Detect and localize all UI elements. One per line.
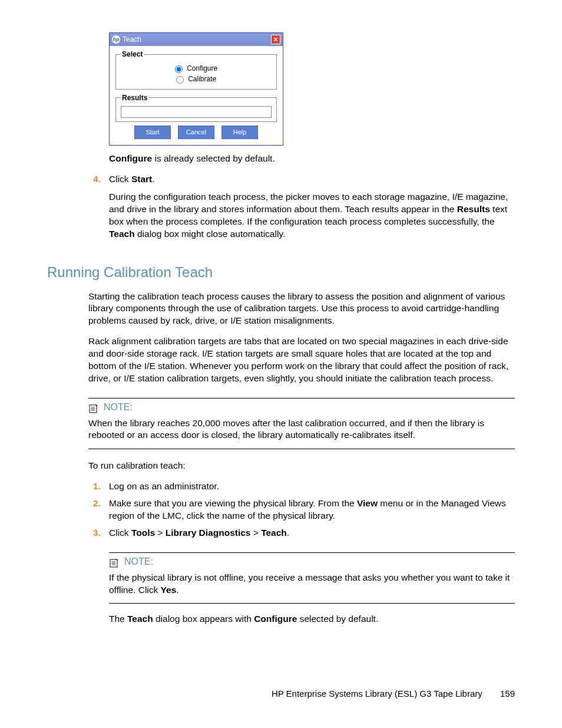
results-legend: Results [121, 93, 148, 103]
note-1-body: When the library reaches 20,000 moves af… [88, 417, 515, 442]
step-1: 1. Log on as an administrator. [47, 480, 515, 493]
note-icon [109, 558, 120, 568]
section-heading: Running Calibration Teach [47, 263, 515, 282]
start-button[interactable]: Start [134, 126, 171, 139]
step-2-number: 2. [47, 498, 109, 522]
dialog-titlebar: hp Teach × [110, 33, 283, 46]
results-group: Results [115, 93, 277, 122]
note-2-body: If the physical library is not offline, … [109, 572, 515, 597]
step-3-text: Click Tools > Library Diagnostics > Teac… [109, 527, 515, 539]
calibrate-radio[interactable] [176, 76, 184, 84]
step-1-text: Log on as an administrator. [109, 480, 515, 493]
configure-radio[interactable] [175, 65, 183, 73]
calib-p2: Rack alignment calibration targets are t… [88, 335, 515, 385]
calibrate-radio-label[interactable]: Calibrate [176, 75, 216, 83]
note-icon [88, 403, 99, 414]
footer-title: HP Enterprise Systems Library (ESL) G3 T… [272, 689, 482, 699]
page-footer: HP Enterprise Systems Library (ESL) G3 T… [272, 688, 515, 700]
note-2-label: NOTE: [124, 555, 153, 568]
page-number: 159 [500, 689, 515, 699]
configure-default-line: Configure is already selected by default… [109, 153, 515, 165]
step-4-number: 4. [47, 173, 109, 241]
step-4: 4. Click Start. During the configuration… [47, 173, 515, 241]
note-2: NOTE: If the physical library is not off… [109, 552, 515, 604]
select-legend: Select [121, 50, 144, 59]
step-2: 2. Make sure that you are viewing the ph… [47, 498, 515, 522]
calib-p1: Starting the calibration teach process c… [88, 291, 515, 328]
note-1-label: NOTE: [104, 401, 133, 414]
step-3-number: 3. [47, 527, 109, 539]
help-button[interactable]: Help [222, 126, 258, 139]
cancel-button[interactable]: Cancel [178, 126, 214, 139]
step-4-body: During the configuration teach process, … [109, 191, 515, 241]
step-3: 3. Click Tools > Library Diagnostics > T… [47, 527, 515, 539]
teach-dialog: hp Teach × Select Configure Calibrate [109, 32, 283, 146]
step-1-number: 1. [47, 480, 109, 493]
close-icon[interactable]: × [271, 35, 280, 44]
teach-dialog-appears: The Teach dialog box appears with Config… [109, 613, 515, 625]
results-textbox[interactable] [121, 106, 272, 118]
step-4-line: Click Start. [109, 173, 515, 186]
calib-p3: To run calibration teach: [88, 460, 515, 472]
note-1: NOTE: When the library reaches 20,000 mo… [88, 398, 515, 449]
select-group: Select Configure Calibrate [115, 50, 277, 90]
configure-radio-label[interactable]: Configure [175, 64, 217, 73]
step-2-text: Make sure that you are viewing the physi… [109, 498, 515, 522]
dialog-title-text: Teach [123, 35, 141, 44]
hp-logo-icon: hp [112, 35, 120, 44]
